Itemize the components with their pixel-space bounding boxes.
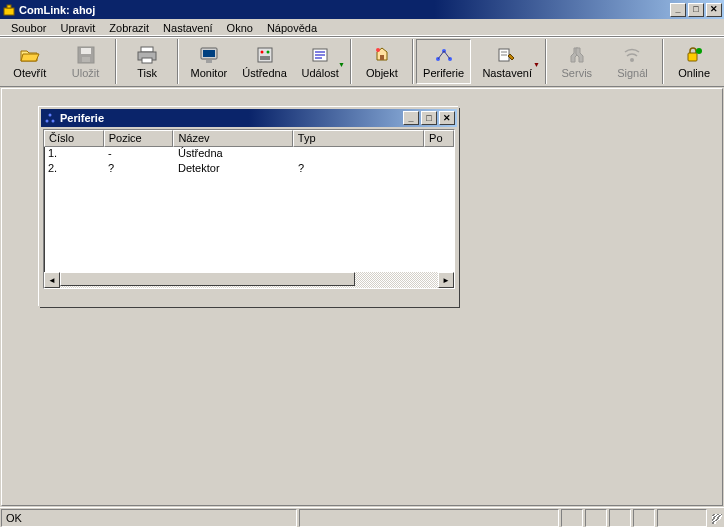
table-row[interactable]: 1. - Ústředna xyxy=(44,147,454,162)
svg-point-13 xyxy=(266,50,269,53)
toolbar: Otevřít Uložit Tisk Monitor Ústředna Udá… xyxy=(0,37,724,87)
toolbar-separator xyxy=(662,39,664,84)
child-maximize-button[interactable]: □ xyxy=(421,111,437,125)
status-pane xyxy=(633,509,655,527)
col-pozice[interactable]: Pozice xyxy=(104,130,174,147)
app-icon xyxy=(2,3,16,17)
toolbar-label: Monitor xyxy=(191,67,228,79)
scroll-left-button[interactable]: ◄ xyxy=(44,272,60,288)
statusbar: OK xyxy=(0,507,724,527)
event-button[interactable]: Událost ▼ xyxy=(292,39,348,84)
periferie-window: Periferie _ □ ✕ Číslo Pozice Název Typ P… xyxy=(39,107,459,307)
menu-soubor[interactable]: Soubor xyxy=(4,21,53,35)
toolbar-label: Servis xyxy=(562,67,593,79)
monitor-icon xyxy=(199,45,219,65)
dropdown-arrow-icon[interactable]: ▼ xyxy=(533,61,540,68)
svg-point-12 xyxy=(260,50,263,53)
periferie-table: Číslo Pozice Název Typ Po 1. - Ústředna … xyxy=(43,129,455,289)
child-close-button[interactable]: ✕ xyxy=(439,111,455,125)
settings-button[interactable]: Nastavení ▼ xyxy=(471,39,543,84)
window-icon xyxy=(43,111,57,125)
child-minimize-button[interactable]: _ xyxy=(403,111,419,125)
maximize-button[interactable]: □ xyxy=(688,3,704,17)
svg-point-31 xyxy=(696,48,702,54)
minimize-button[interactable]: _ xyxy=(670,3,686,17)
svg-point-20 xyxy=(376,48,380,52)
cell-typ: ? xyxy=(294,162,426,177)
svg-point-29 xyxy=(630,58,634,62)
child-window-title: Periferie xyxy=(60,112,104,124)
toolbar-separator xyxy=(177,39,179,84)
toolbar-separator xyxy=(115,39,117,84)
menu-napoveda[interactable]: Nápověda xyxy=(260,21,324,35)
toolbar-label: Událost xyxy=(302,67,339,79)
cell-nazev: Ústředna xyxy=(174,147,294,162)
cell-nazev: Detektor xyxy=(174,162,294,177)
periferie-button[interactable]: Periferie xyxy=(416,39,472,84)
main-titlebar: ComLink: ahoj _ □ ✕ xyxy=(0,0,724,19)
cell-typ xyxy=(294,147,426,162)
col-po[interactable]: Po xyxy=(424,130,454,147)
peripheral-icon xyxy=(434,45,454,65)
online-button[interactable]: Online xyxy=(666,39,722,84)
col-typ[interactable]: Typ xyxy=(293,130,424,147)
toolbar-label: Objekt xyxy=(366,67,398,79)
window-title: ComLink: ahoj xyxy=(19,4,95,16)
cell-cislo: 1. xyxy=(44,147,104,162)
scroll-track[interactable] xyxy=(60,272,438,288)
toolbar-label: Tisk xyxy=(137,67,157,79)
scroll-thumb[interactable] xyxy=(60,272,355,286)
signal-icon xyxy=(622,45,642,65)
service-button[interactable]: Servis xyxy=(549,39,605,84)
control-panel-icon xyxy=(255,45,275,65)
save-button[interactable]: Uložit xyxy=(58,39,114,84)
settings-icon xyxy=(497,45,517,65)
svg-point-34 xyxy=(52,120,55,123)
col-cislo[interactable]: Číslo xyxy=(44,130,104,147)
status-pane xyxy=(561,509,583,527)
horizontal-scrollbar[interactable]: ◄ ► xyxy=(44,272,454,288)
svg-rect-14 xyxy=(260,56,270,60)
online-icon xyxy=(684,45,704,65)
svg-point-32 xyxy=(49,114,52,117)
menu-nastaveni[interactable]: Nastavení xyxy=(156,21,220,35)
service-icon xyxy=(567,45,587,65)
menubar: Soubor Upravit Zobrazit Nastavení Okno N… xyxy=(0,19,724,37)
menu-upravit[interactable]: Upravit xyxy=(53,21,102,35)
svg-rect-9 xyxy=(203,50,215,57)
status-text: OK xyxy=(1,509,297,527)
toolbar-separator xyxy=(545,39,547,84)
svg-rect-3 xyxy=(81,48,91,54)
svg-rect-30 xyxy=(688,53,697,61)
dropdown-arrow-icon[interactable]: ▼ xyxy=(338,61,345,68)
ustredna-button[interactable]: Ústředna xyxy=(237,39,293,84)
scroll-right-button[interactable]: ► xyxy=(438,272,454,288)
svg-rect-5 xyxy=(141,47,153,52)
object-icon xyxy=(372,45,392,65)
svg-line-24 xyxy=(438,51,444,59)
object-button[interactable]: Objekt xyxy=(354,39,410,84)
toolbar-label: Uložit xyxy=(72,67,100,79)
event-icon xyxy=(310,45,330,65)
printer-icon xyxy=(137,45,157,65)
svg-rect-19 xyxy=(380,55,384,60)
resize-grip[interactable] xyxy=(708,510,724,526)
status-pane xyxy=(657,509,707,527)
signal-button[interactable]: Signál xyxy=(605,39,661,84)
workspace: Periferie _ □ ✕ Číslo Pozice Název Typ P… xyxy=(1,88,723,506)
menu-zobrazit[interactable]: Zobrazit xyxy=(102,21,156,35)
print-button[interactable]: Tisk xyxy=(119,39,175,84)
save-icon xyxy=(76,45,96,65)
close-button[interactable]: ✕ xyxy=(706,3,722,17)
table-row[interactable]: 2. ? Detektor ? xyxy=(44,162,454,177)
cell-pozice: - xyxy=(104,147,174,162)
svg-rect-10 xyxy=(206,60,212,63)
col-nazev[interactable]: Název xyxy=(173,130,292,147)
menu-okno[interactable]: Okno xyxy=(220,21,260,35)
open-button[interactable]: Otevřít xyxy=(2,39,58,84)
status-pane xyxy=(585,509,607,527)
monitor-button[interactable]: Monitor xyxy=(181,39,237,84)
table-body[interactable]: 1. - Ústředna 2. ? Detektor ? xyxy=(44,147,454,272)
toolbar-separator xyxy=(412,39,414,84)
svg-rect-7 xyxy=(142,58,152,63)
